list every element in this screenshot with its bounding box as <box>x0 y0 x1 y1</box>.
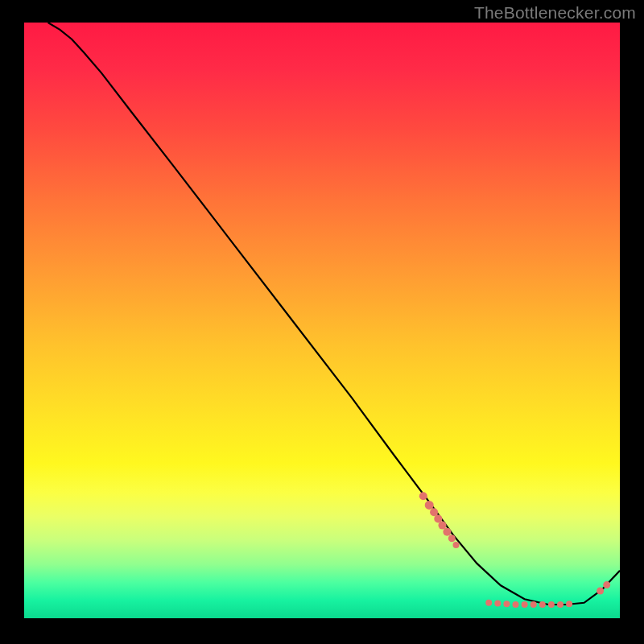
data-point <box>425 501 434 510</box>
data-point <box>439 522 447 530</box>
bottleneck-curve <box>48 23 620 605</box>
chart-svg <box>24 23 620 618</box>
data-point <box>548 601 555 608</box>
data-point <box>494 601 501 607</box>
data-point <box>485 600 492 606</box>
data-points <box>419 492 610 608</box>
data-point <box>566 601 572 607</box>
data-point <box>453 542 460 548</box>
data-point <box>539 601 546 608</box>
data-point <box>557 601 564 608</box>
data-point <box>522 601 528 608</box>
data-point <box>530 601 537 608</box>
chart-container: TheBottlenecker.com <box>0 0 644 644</box>
data-point <box>503 601 510 607</box>
plot-area <box>24 23 620 618</box>
watermark-text: TheBottlenecker.com <box>474 3 636 23</box>
data-point <box>443 528 451 536</box>
data-point <box>597 588 604 595</box>
data-point <box>513 601 519 608</box>
data-point <box>419 492 427 500</box>
data-point <box>448 535 456 542</box>
data-point <box>603 581 610 588</box>
